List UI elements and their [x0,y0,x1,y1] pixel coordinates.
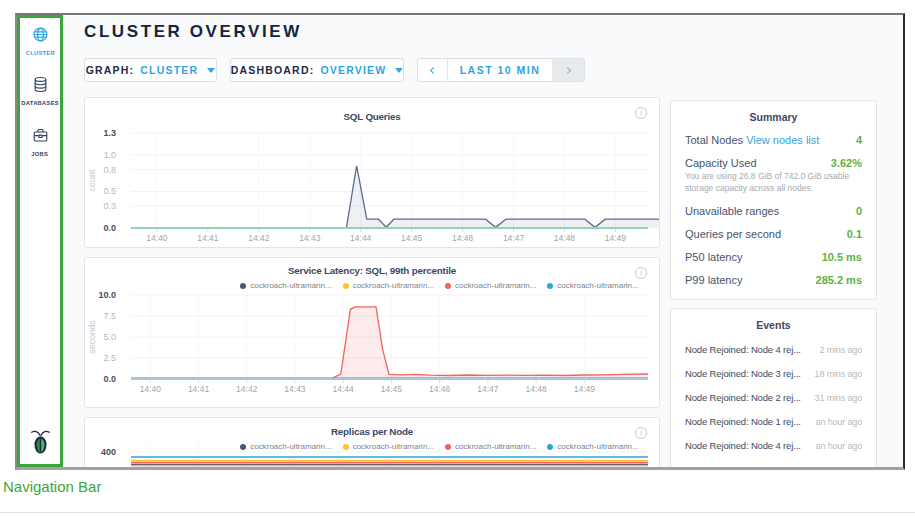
controls-bar: GRAPH: CLUSTER DASHBOARD: OVERVIEW LAST … [84,58,903,82]
globe-icon [32,26,49,47]
cockroachdb-logo[interactable] [17,426,63,460]
summary-row: Unavailable ranges0 [685,205,862,217]
event-time: an hour ago [816,441,862,451]
events-panel: Events Node Rejoined: Node 4 rej...2 min… [670,308,877,468]
legend-item[interactable]: cockroach-ultramarin... [445,281,536,290]
event-time: 31 mins ago [815,393,862,403]
svg-text:14:49: 14:49 [605,233,627,243]
svg-text:14:41: 14:41 [188,384,210,394]
summary-row-value: 3.62% [831,157,862,169]
summary-row-value: 0 [856,205,862,217]
event-time: an hour ago [816,417,862,427]
svg-text:14:40: 14:40 [140,384,162,394]
summary-panel: Summary Total Nodes View nodes list4Capa… [670,100,877,300]
legend-dot-icon [445,283,451,289]
chart-replicas-per-node: 14:4014:4114:4214:4314:4414:4514:4614:47… [84,417,660,470]
svg-text:5.0: 5.0 [103,332,116,342]
svg-text:14:44: 14:44 [333,384,355,394]
sidebar-item-databases[interactable]: DATABASES [17,76,63,109]
legend-label: cockroach-ultramarin... [353,442,434,451]
svg-text:count: count [87,169,97,192]
legend-dot-icon [343,444,349,450]
events-title: Events [685,319,862,331]
chart-title: Replicas per Node [85,418,659,437]
next-timespan-button[interactable] [552,59,584,81]
svg-text:1.3: 1.3 [103,128,116,138]
dashboard-content: 14:4014:4114:4214:4314:4414:4514:4614:47… [84,97,903,470]
dashboard-dropdown[interactable]: DASHBOARD: OVERVIEW [230,58,404,82]
summary-row-label: Total Nodes View nodes list [685,134,819,146]
svg-text:14:43: 14:43 [299,233,321,243]
chart-title: Service Latency: SQL, 99th percentile [85,258,659,276]
info-icon[interactable]: i [635,107,647,119]
summary-row-label: P99 latency [685,274,742,286]
chevron-down-icon [207,68,215,73]
info-icon[interactable]: i [635,267,647,279]
chevron-left-icon [430,66,437,73]
summary-row-value: 285.2 ms [816,274,862,286]
event-row: Node Rejoined: Node 2 rej...31 mins ago [685,392,862,403]
svg-text:14:47: 14:47 [477,384,499,394]
legend-label: cockroach-ultramarin... [250,281,331,290]
summary-row-value: 10.5 ms [822,251,862,263]
legend-label: cockroach-ultramarin... [455,281,536,290]
svg-text:14:45: 14:45 [381,384,403,394]
annotation-navigation-bar: Navigation Bar [3,478,101,495]
previous-timespan-button[interactable] [418,59,448,81]
legend-item[interactable]: cockroach-ultramarin... [343,442,434,451]
svg-text:14:45: 14:45 [401,233,423,243]
database-icon [32,76,49,97]
legend-dot-icon [240,444,246,450]
briefcase-icon [32,127,49,148]
svg-text:14:49: 14:49 [574,384,596,394]
legend-item[interactable]: cockroach-ultramarin... [343,281,434,290]
dashboard-dropdown-value: OVERVIEW [320,64,386,76]
event-label: Node Rejoined: Node 4 rej... [685,344,801,355]
event-label: Node Rejoined: Node 1 rej... [685,416,801,427]
time-range-label[interactable]: LAST 10 MIN [448,59,552,81]
legend-item[interactable]: cockroach-ultramarin... [240,442,331,451]
bottom-divider [0,512,915,513]
graph-dropdown[interactable]: GRAPH: CLUSTER [84,58,217,82]
svg-text:0.3: 0.3 [103,201,116,211]
summary-row: Total Nodes View nodes list4 [685,134,862,146]
chart-service-latency: 14:4014:4114:4214:4314:4414:4514:4614:47… [84,257,660,408]
sidebar: CLUSTERDATABASESJOBS [17,15,63,467]
summary-row: P99 latency285.2 ms [685,274,862,286]
svg-text:0.5: 0.5 [103,186,116,196]
svg-text:14:46: 14:46 [429,384,451,394]
sidebar-item-jobs[interactable]: JOBS [17,127,63,160]
chart-legend: cockroach-ultramarin...cockroach-ultrama… [85,281,659,290]
chevron-down-icon [395,68,403,73]
legend-item[interactable]: cockroach-ultramarin... [547,281,638,290]
svg-text:seconds: seconds [87,320,97,354]
chart-title: SQL Queries [85,98,659,122]
legend-item[interactable]: cockroach-ultramarin... [445,442,536,451]
event-time: 2 mins ago [819,345,862,355]
svg-text:14:41: 14:41 [197,233,219,243]
cockroach-bug-icon [28,426,53,460]
admin-ui-window: CLUSTERDATABASESJOBS CLUSTER OVERVIEW GR… [15,13,905,470]
svg-text:14:40: 14:40 [146,233,168,243]
svg-text:1.0: 1.0 [103,150,116,160]
svg-text:0.0: 0.0 [103,223,116,233]
event-label: Node Rejoined: Node 4 rej... [685,440,801,451]
time-range-picker: LAST 10 MIN [417,58,585,82]
right-column: Summary Total Nodes View nodes list4Capa… [670,100,877,470]
legend-label: cockroach-ultramarin... [455,442,536,451]
legend-dot-icon [547,283,553,289]
legend-label: cockroach-ultramarin... [353,281,434,290]
svg-text:14:46: 14:46 [452,233,474,243]
svg-text:0.8: 0.8 [103,165,116,175]
view-nodes-list-link[interactable]: View nodes list [746,134,819,146]
svg-text:7.5: 7.5 [103,311,116,321]
legend-label: cockroach-ultramarin... [250,442,331,451]
legend-item[interactable]: cockroach-ultramarin... [547,442,638,451]
legend-item[interactable]: cockroach-ultramarin... [240,281,331,290]
sidebar-item-cluster[interactable]: CLUSTER [17,26,63,59]
info-icon[interactable]: i [635,427,647,439]
capacity-subtext: You are using 26.8 GiB of 742.0 GiB usab… [685,171,862,194]
svg-text:14:43: 14:43 [284,384,306,394]
legend-dot-icon [547,444,553,450]
svg-text:10.0: 10.0 [98,290,116,300]
